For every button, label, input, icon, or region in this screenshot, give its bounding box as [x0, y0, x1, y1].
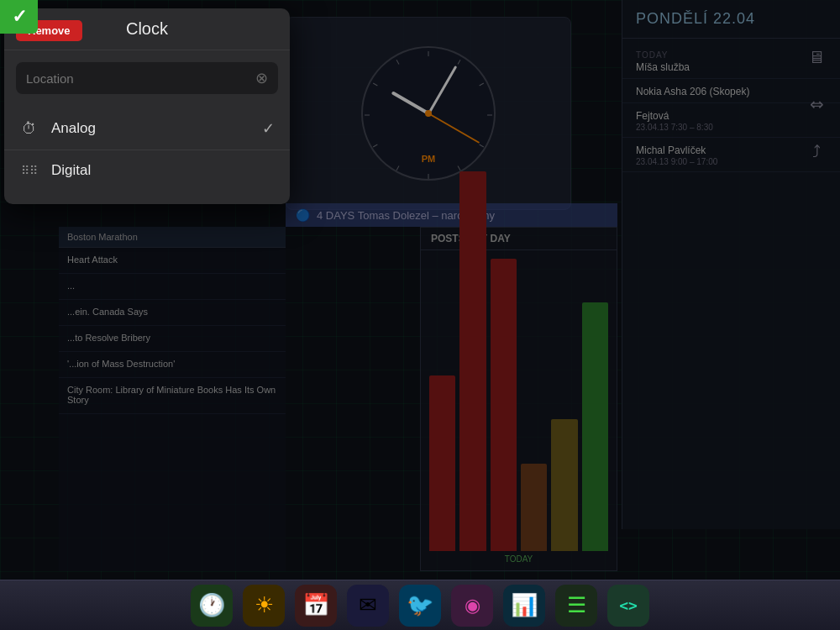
dock-code-icon: <>	[619, 596, 638, 614]
dock-chart[interactable]: 📊	[503, 585, 545, 627]
dock-clock[interactable]: 🕐	[191, 585, 233, 627]
dock-calendar-icon: 📅	[302, 592, 329, 618]
digital-icon: ⠿⠿	[19, 164, 39, 177]
dock-rss[interactable]: ◉	[451, 585, 493, 627]
analog-icon: ⏱	[19, 120, 39, 138]
dock-mail-icon: ✉	[359, 592, 377, 618]
analog-label: Analog	[51, 120, 262, 137]
dock-code[interactable]: <>	[607, 585, 649, 627]
green-check-button[interactable]: ✓	[0, 0, 38, 34]
dock-clock-icon: 🕐	[198, 592, 225, 618]
location-clear-button[interactable]: ⊗	[255, 71, 268, 86]
dock: 🕐 ☀ 📅 ✉ 🐦 ◉ 📊 ☰ <>	[0, 580, 840, 630]
dock-rss-icon: ◉	[465, 595, 480, 617]
digital-label: Digital	[51, 162, 275, 179]
option-digital[interactable]: ⠿⠿ Digital	[4, 150, 290, 191]
location-input[interactable]	[26, 71, 255, 86]
analog-check: ✓	[262, 119, 275, 138]
dock-list[interactable]: ☰	[555, 585, 597, 627]
dock-twitter-icon: 🐦	[407, 592, 433, 618]
dock-mail[interactable]: ✉	[347, 585, 389, 627]
dock-chart-icon: 📊	[511, 592, 538, 618]
dock-brightness[interactable]: ☀	[243, 585, 285, 627]
dock-brightness-icon: ☀	[255, 592, 274, 618]
dock-list-icon: ☰	[567, 592, 586, 618]
clock-popup: Remove Clock ⊗ ⏱ Analog ✓ ⠿⠿ Digital	[4, 8, 290, 204]
dock-calendar[interactable]: 📅	[295, 585, 337, 627]
location-input-wrap[interactable]: ⊗	[16, 62, 278, 94]
dock-twitter[interactable]: 🐦	[399, 585, 441, 627]
location-section: ⊗	[4, 50, 290, 101]
options-list: ⏱ Analog ✓ ⠿⠿ Digital	[4, 101, 290, 204]
option-analog[interactable]: ⏱ Analog ✓	[4, 108, 290, 150]
popup-title: Clock	[126, 19, 168, 39]
